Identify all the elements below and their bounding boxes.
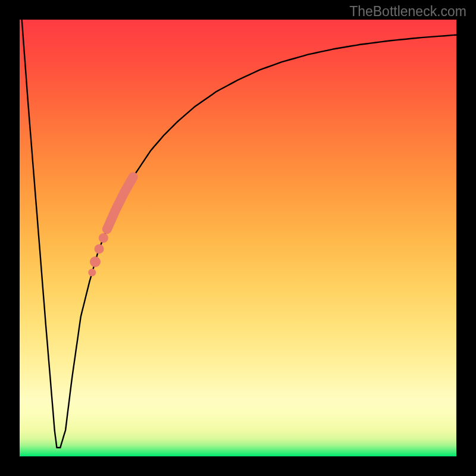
svg-point-3: [88, 269, 96, 277]
highlight-segment: [88, 177, 133, 276]
svg-point-2: [99, 233, 108, 243]
chart-frame: TheBottleneck.com: [0, 0, 476, 476]
bottleneck-curve: [22, 20, 456, 447]
watermark-text: TheBottleneck.com: [349, 4, 466, 20]
chart-svg: [20, 20, 456, 456]
svg-point-0: [90, 256, 101, 267]
plot-area: [20, 20, 456, 456]
svg-point-1: [95, 244, 104, 253]
